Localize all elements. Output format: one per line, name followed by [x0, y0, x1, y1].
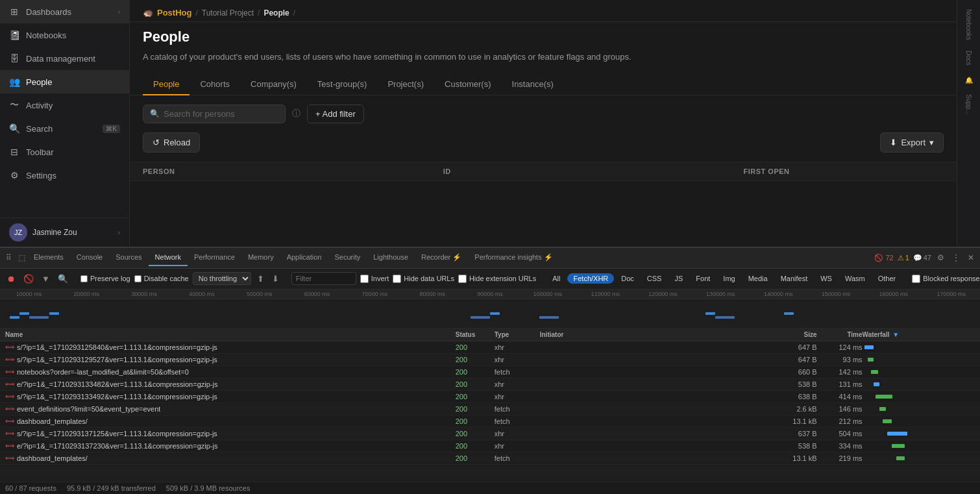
sidebar-item-notebooks[interactable]: 📓 Notebooks [0, 23, 129, 47]
table-row[interactable]: ⟺e/?ip=1&_=1710293137230&ver=1.113.1&com… [0, 440, 980, 452]
search-icon: 🔍 [9, 123, 19, 134]
posthog-logo[interactable]: 🦔 PostHog [143, 8, 191, 18]
table-row[interactable]: ⟺s/?ip=1&_=1710293129527&ver=1.113.1&com… [0, 354, 980, 366]
reload-button[interactable]: ↺ Reload [143, 132, 200, 153]
tab-instance[interactable]: Instance(s) [502, 74, 564, 95]
invert-input[interactable] [360, 275, 369, 283]
devtools-settings-icon[interactable]: ⚙ [935, 251, 946, 264]
sidebar-item-toolbar[interactable]: ⊟ Toolbar [0, 140, 129, 164]
devtools-close-icon[interactable]: ✕ [966, 251, 976, 264]
sidebar-item-dashboards[interactable]: ⊞ Dashboards › [0, 0, 129, 23]
row-status-2: 200 [456, 356, 495, 364]
tab-console[interactable]: Console [70, 249, 109, 266]
row-name-5: s/?ip=1&_=1710293133492&ver=1.113.1&comp… [17, 393, 217, 401]
nh-time[interactable]: Time [817, 331, 863, 338]
type-btn-font[interactable]: Font [690, 273, 716, 284]
export-button[interactable]: ⬇ Export ▾ [880, 132, 944, 153]
blocked-response-cookies-input[interactable] [912, 275, 920, 283]
tab-security[interactable]: Security [328, 249, 367, 266]
type-btn-fetch-xhr[interactable]: Fetch/XHR [567, 273, 614, 284]
table-row[interactable]: ⟺s/?ip=1&_=1710293133492&ver=1.113.1&com… [0, 391, 980, 403]
clear-icon[interactable]: 🚫 [21, 272, 36, 286]
type-btn-all[interactable]: All [546, 273, 566, 284]
row-icon-5: ⟺ [5, 393, 14, 400]
search-input[interactable] [164, 109, 278, 119]
type-btn-doc[interactable]: Doc [615, 273, 640, 284]
nh-waterfall[interactable]: Waterfall ▼ [863, 331, 975, 338]
breadcrumb-project[interactable]: Tutorial Project [202, 8, 254, 18]
info-icon[interactable]: ⓘ [292, 108, 300, 119]
tab-test-group[interactable]: Test-group(s) [307, 74, 378, 95]
tab-memory[interactable]: Memory [241, 249, 280, 266]
sidebar-item-data-management[interactable]: 🗄 Data management [0, 47, 129, 70]
row-icon-2: ⟺ [5, 356, 14, 363]
download-icon[interactable]: ⬇ [270, 272, 281, 286]
search-shortcut: ⌘K [103, 125, 120, 133]
preserve-log-checkbox[interactable]: Preserve log [80, 275, 130, 282]
blocked-response-cookies-checkbox[interactable]: Blocked response cookies [912, 275, 980, 283]
tab-cohorts[interactable]: Cohorts [190, 74, 240, 95]
tab-network[interactable]: Network [149, 249, 188, 266]
table-row[interactable]: ⟺dashboard_templates/ 200 fetch 13.1 kB … [0, 452, 980, 465]
tab-people[interactable]: People [143, 74, 190, 95]
invert-checkbox[interactable]: Invert [360, 275, 389, 283]
hide-data-urls-checkbox[interactable]: Hide data URLs [393, 275, 454, 283]
type-btn-manifest[interactable]: Manifest [775, 273, 814, 284]
filter-input[interactable] [291, 272, 356, 285]
tab-perf-insights[interactable]: Performance insights ⚡ [468, 249, 559, 267]
nh-initiator[interactable]: Initiator [540, 331, 765, 338]
table-row[interactable]: ⟺dashboard_templates/ 200 fetch 13.1 kB … [0, 415, 980, 428]
record-icon[interactable]: ⏺ [5, 272, 18, 286]
hide-extension-urls-checkbox[interactable]: Hide extension URLs [458, 275, 536, 283]
table-row[interactable]: ⟺event_definitions?limit=50&event_type=e… [0, 403, 980, 415]
upload-icon[interactable]: ⬆ [255, 272, 266, 286]
docs-side-icon[interactable]: Docs [960, 47, 978, 69]
nh-type[interactable]: Type [495, 331, 540, 338]
nh-status[interactable]: Status [456, 331, 495, 338]
tab-elements[interactable]: Elements [27, 249, 70, 266]
table-row[interactable]: ⟺e/?ip=1&_=1710293133482&ver=1.113.1&com… [0, 378, 980, 391]
tab-company[interactable]: Company(s) [240, 74, 307, 95]
tab-application[interactable]: Application [280, 249, 328, 266]
tab-lighthouse[interactable]: Lighthouse [367, 249, 415, 266]
tab-projects[interactable]: Project(s) [377, 74, 434, 95]
disable-cache-input[interactable] [134, 275, 141, 282]
throttle-select[interactable]: No throttling [193, 272, 251, 285]
row-size-10: 13.1 kB [765, 454, 817, 462]
hide-extension-urls-input[interactable] [458, 275, 467, 283]
tab-recorder[interactable]: Recorder ⚡ [415, 249, 468, 267]
type-btn-other[interactable]: Other [872, 273, 902, 284]
devtools-more-icon[interactable]: ⋮ [950, 251, 962, 264]
devtools-inspect-icon[interactable]: ⬚ [16, 251, 27, 264]
table-row[interactable]: ⟺s/?ip=1&_=1710293137125&ver=1.113.1&com… [0, 428, 980, 440]
type-btn-js[interactable]: JS [668, 273, 689, 284]
search-network-icon[interactable]: 🔍 [56, 272, 70, 286]
sidebar-item-activity[interactable]: 〜 Activity [0, 93, 129, 117]
notebooks-side-icon[interactable]: Notebooks [960, 5, 978, 44]
nh-size[interactable]: Size [765, 331, 817, 338]
type-btn-media[interactable]: Media [742, 273, 774, 284]
tab-performance[interactable]: Performance [188, 249, 241, 266]
sidebar-item-people[interactable]: 👥 People [0, 70, 129, 93]
table-row[interactable]: ⟺s/?ip=1&_=1710293125840&ver=1.113.1&com… [0, 341, 980, 354]
preserve-log-input[interactable] [80, 275, 88, 282]
type-btn-wasm[interactable]: Wasm [839, 273, 871, 284]
table-row[interactable]: ⟺notebooks?order=-last_modified_at&limit… [0, 366, 980, 378]
type-btn-img[interactable]: Img [717, 273, 741, 284]
sidebar-item-search[interactable]: 🔍 Search ⌘K [0, 117, 129, 140]
devtools-drag-icon[interactable]: ⠿ [4, 251, 14, 264]
add-filter-button[interactable]: + Add filter [307, 105, 364, 123]
tab-sources[interactable]: Sources [109, 249, 148, 266]
user-profile[interactable]: JZ Jasmine Zou › [0, 217, 129, 247]
tab-customer[interactable]: Customer(s) [434, 74, 502, 95]
filter-icon[interactable]: ▼ [40, 272, 52, 286]
sidebar-item-settings[interactable]: ⚙ Settings [0, 164, 129, 187]
type-btn-css[interactable]: CSS [641, 273, 668, 284]
nh-name[interactable]: Name [5, 331, 456, 338]
support-side-icon[interactable]: Supp... [960, 90, 978, 119]
tl-label-6: 60000 ms [288, 291, 346, 297]
disable-cache-checkbox[interactable]: Disable cache [134, 275, 189, 282]
hide-data-urls-input[interactable] [393, 275, 401, 283]
type-btn-ws[interactable]: WS [815, 273, 838, 284]
notifications-side-icon[interactable]: 🔔 [960, 72, 978, 88]
